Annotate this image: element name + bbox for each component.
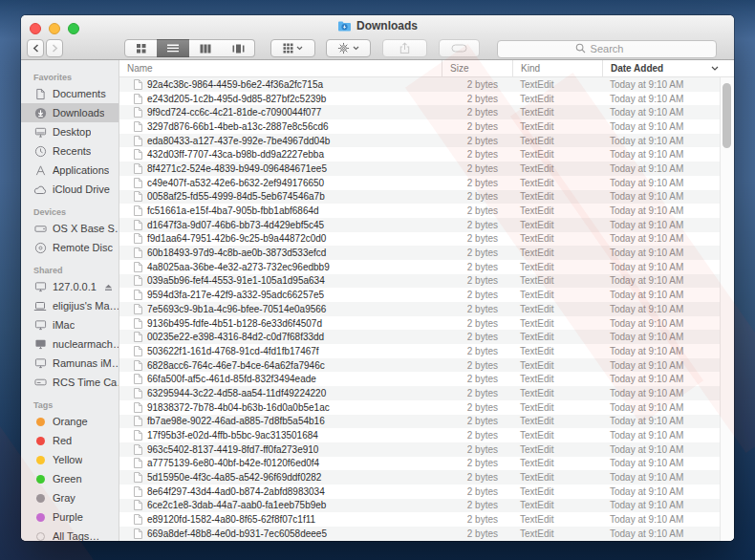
table-row[interactable]: 0058af25-fd55-4999-84d5-5eb674546a7b 2 b… [119, 190, 734, 205]
file-name: 7e5693c9-9b1a-4c96-bfee-70514e0a9566 [147, 304, 326, 314]
table-row[interactable]: 9136b495-fdfe-4b51-b128-6e33d6f4507d 2 b… [119, 316, 734, 331]
scrollbar-thumb[interactable] [723, 83, 731, 148]
file-icon [134, 486, 142, 497]
file-kind: TextEdit [512, 374, 602, 384]
table-row[interactable]: e89120fd-1582-4a80-8f65-62f8f07c1f11 2 b… [119, 512, 734, 527]
file-size: 2 bytes [442, 79, 512, 90]
table-row[interactable]: fc51661a-e15f-4ba7-905b-fbb1abf6864d 2 b… [119, 204, 734, 218]
sidebar-item-rcs-time-capsule[interactable]: RCS Time Ca… [21, 373, 119, 392]
sidebar-item-tag-red[interactable]: Red [21, 431, 119, 450]
table-row[interactable]: e243d205-1c2b-495d-9d85-827bf2c5239b 2 b… [119, 92, 734, 106]
sidebar-item-remote-disc[interactable]: Remote Disc [21, 238, 119, 257]
eject-icon[interactable] [104, 283, 113, 291]
sidebar-item-applications[interactable]: Applications [21, 161, 119, 180]
table-row[interactable]: 039a5b96-fef4-4553-91e1-105a1d95a634 2 b… [119, 274, 734, 289]
file-name: 669a8def-48b8-4e0d-b931-7ec6058deee5 [147, 528, 327, 539]
table-row[interactable]: 63295944-3c22-4d58-aa54-11df49224220 2 b… [119, 386, 734, 400]
table-row[interactable]: 432d03ff-7707-43ca-b98b-dd9a2227ebba 2 b… [119, 147, 734, 162]
column-view-button[interactable] [189, 39, 223, 57]
arrange-button[interactable] [270, 39, 315, 57]
sidebar-item-tag-yellow[interactable]: Yellow [21, 450, 119, 469]
sidebar-item-tag-gray[interactable]: Gray [21, 488, 119, 507]
column-header-size[interactable]: Size [442, 60, 512, 76]
file-date-added: Today at 9:10 AM [602, 107, 734, 118]
table-row[interactable]: f9d1aa64-7951-42b6-9c25-b9a44872c0d0 2 b… [119, 232, 734, 247]
sidebar-item-ramunas-imac[interactable]: Ramunas iM… [21, 354, 119, 373]
table-row[interactable]: 7e5693c9-9b1a-4c96-bfee-70514e0a9566 2 b… [119, 302, 734, 316]
table-row[interactable]: 91838372-7b78-4b04-b63b-16d0a0b5e1ac 2 b… [119, 400, 734, 415]
file-size: 2 bytes [442, 94, 512, 104]
table-row[interactable]: 66fa500f-af5c-461d-85fd-832f3494eade 2 b… [119, 372, 734, 386]
share-button[interactable] [382, 39, 427, 57]
sidebar-item-all-tags[interactable]: All Tags… [21, 527, 119, 541]
column-view-icon [200, 44, 211, 54]
table-row[interactable]: 9594d3fa-217e-42f9-a332-95adc66257e5 2 b… [119, 288, 734, 302]
action-button[interactable] [326, 39, 371, 57]
sidebar-item-icloud-drive[interactable]: iCloud Drive [21, 180, 119, 199]
icon-view-button[interactable] [124, 39, 158, 57]
column-header-kind[interactable]: Kind [512, 60, 602, 76]
table-row[interactable]: 5d15950e-4f3c-4a85-a542-96f69ddf0282 2 b… [119, 470, 734, 485]
table-row[interactable]: d1647f3a-9d07-46b6-bb73-4d429ebf5c45 2 b… [119, 218, 734, 232]
titlebar: Downloads [21, 15, 734, 38]
sidebar-item-downloads[interactable]: Downloads [21, 103, 119, 122]
table-row[interactable]: 4a8025aa-36be-4e32-a273-732ec96edbb9 2 b… [119, 260, 734, 274]
grid-view-icon [136, 43, 146, 54]
internal-drive-icon [33, 223, 47, 235]
table-row[interactable]: 6ce2c1e8-3dab-44a7-aab0-fa1eeb75b9eb 2 b… [119, 499, 734, 513]
table-row[interactable]: c49e407f-a532-42e6-b632-2ef949176650 2 b… [119, 176, 734, 190]
file-size: 2 bytes [442, 163, 512, 174]
file-icon [134, 402, 142, 413]
file-date-added: Today at 9:10 AM [602, 472, 734, 483]
table-row[interactable]: 60b18493-97d9-4c8b-ae0b-3873d533efcd 2 b… [119, 246, 734, 260]
coverflow-view-button[interactable] [222, 39, 255, 57]
table-row[interactable]: 6828acc6-764c-46e7-b4ce-64a62fa7946c 2 b… [119, 358, 734, 373]
table-row[interactable]: 17f95b3f-e02d-4ffb-b5bc-9ac313501684 2 b… [119, 428, 734, 442]
sidebar-item-127-0-0-1[interactable]: 127.0.0.1 [21, 277, 119, 296]
sidebar-item-tag-green[interactable]: Green [21, 469, 119, 488]
tags-button[interactable] [439, 39, 480, 57]
sidebar-item-tag-orange[interactable]: Orange [21, 412, 119, 431]
sidebar-item-imac[interactable]: iMac [21, 315, 119, 334]
search-input[interactable] [497, 40, 717, 58]
file-name: 9594d3fa-217e-42f9-a332-95adc66257e5 [147, 290, 324, 300]
vertical-scrollbar[interactable] [720, 77, 734, 541]
table-row[interactable]: 8e64f297-43d4-4ad0-b874-2abfd8983034 2 b… [119, 485, 734, 499]
sidebar-item-nuclearmachine[interactable]: nuclearmach… [21, 334, 119, 354]
sidebar-item-documents[interactable]: Documents [21, 84, 119, 103]
column-header-date-added[interactable]: Date Added [602, 60, 734, 76]
sidebar-item-eligijus-mac[interactable]: eligijus's Ma… [21, 296, 119, 315]
file-icon [134, 149, 142, 160]
sidebar-item-recents[interactable]: Recents [21, 141, 119, 161]
file-name: 0058af25-fd55-4999-84d5-5eb674546a7b [147, 191, 325, 202]
table-row[interactable]: 669a8def-48b8-4e0d-b931-7ec6058deee5 2 b… [119, 527, 734, 541]
forward-button[interactable] [46, 39, 63, 57]
list-view-button[interactable] [157, 39, 190, 57]
file-name: 91838372-7b78-4b04-b63b-16d0a0b5e1ac [147, 402, 330, 413]
table-row[interactable]: fb7ae98e-9022-46ad-a885-7d8fb5a54b16 2 b… [119, 415, 734, 429]
sidebar-item-os-x-base-system[interactable]: OS X Base S… [21, 219, 119, 238]
table-row[interactable]: a7775139-6e80-40bf-b42e-f0120f6ed0f4 2 b… [119, 457, 734, 471]
file-date-added: Today at 9:10 AM [602, 121, 734, 132]
orange-tag-icon [36, 418, 45, 426]
file-kind: TextEdit [512, 290, 602, 300]
table-row[interactable]: 8f4271c2-524e-4839-b949-096484671ee5 2 b… [119, 162, 734, 176]
table-row[interactable]: 92a4c38c-9864-4459-b6e2-4f36a2fc715a 2 b… [119, 77, 734, 92]
table-row[interactable]: 503622f1-161d-4768-91cd-4fd1fb17467f 2 b… [119, 344, 734, 358]
file-size: 2 bytes [442, 149, 512, 160]
back-button[interactable] [27, 39, 44, 57]
file-size: 2 bytes [442, 262, 512, 272]
table-row[interactable]: 9f9cd724-cc6c-4c21-81de-c7090044f077 2 b… [119, 105, 734, 119]
table-row[interactable]: 00235e22-e398-4316-84d2-c0d7f68f33dd 2 b… [119, 330, 734, 344]
chevron-right-icon [52, 44, 58, 53]
table-row[interactable]: 963c5402-8137-4419-8fd7-ff0fa273e910 2 b… [119, 442, 734, 457]
sidebar-item-desktop[interactable]: Desktop [21, 122, 119, 141]
table-row[interactable]: 3297d876-66b1-4beb-a13c-2887e8c56cd6 2 b… [119, 119, 734, 134]
sidebar-item-tag-purple[interactable]: Purple [21, 507, 119, 527]
table-row[interactable]: eda80433-a127-437e-992e-7be4967dd04b 2 b… [119, 134, 734, 148]
file-date-added: Today at 9:10 AM [602, 486, 734, 497]
file-date-added: Today at 9:10 AM [602, 94, 734, 104]
file-size: 2 bytes [442, 205, 512, 216]
file-size: 2 bytes [442, 220, 512, 230]
column-header-name[interactable]: Name [119, 60, 442, 76]
